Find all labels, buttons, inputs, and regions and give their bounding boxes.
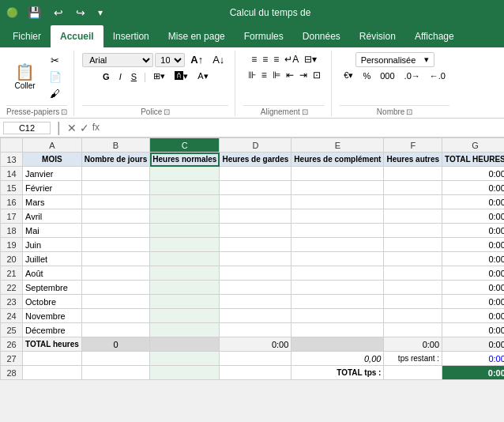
quick-access-button[interactable]: ▾ bbox=[95, 6, 106, 20]
font-expand-icon[interactable]: ⊡ bbox=[164, 107, 170, 116]
cell-a14[interactable]: Janvier bbox=[23, 167, 82, 181]
cell-g26[interactable]: 0:00 bbox=[442, 337, 504, 352]
cell-c22[interactable] bbox=[150, 281, 220, 295]
cell-e19[interactable] bbox=[291, 238, 384, 252]
cell-d18[interactable] bbox=[220, 224, 291, 238]
cell-a13[interactable]: MOIS bbox=[23, 153, 82, 167]
cell-f15[interactable] bbox=[384, 181, 442, 195]
tab-formules[interactable]: Formules bbox=[235, 25, 293, 47]
cell-b21[interactable] bbox=[81, 266, 149, 281]
cell-g24[interactable]: 0:00 bbox=[442, 309, 504, 323]
cell-reference-input[interactable] bbox=[3, 122, 51, 134]
merge-button[interactable]: ⊟▾ bbox=[302, 52, 319, 66]
cell-c23[interactable] bbox=[150, 295, 220, 309]
cell-d20[interactable] bbox=[220, 252, 291, 266]
cell-f19[interactable] bbox=[384, 238, 442, 252]
undo-button[interactable]: ↩ bbox=[51, 5, 66, 21]
cell-d17[interactable] bbox=[220, 209, 291, 224]
cell-c18[interactable] bbox=[150, 224, 220, 238]
cell-f24[interactable] bbox=[384, 309, 442, 323]
bold-button[interactable]: G bbox=[99, 70, 114, 83]
cell-a28[interactable] bbox=[23, 366, 82, 380]
font-size-select[interactable]: 10 bbox=[155, 53, 185, 67]
cell-a20[interactable]: Juillet bbox=[23, 252, 82, 266]
cell-c13[interactable]: Heures normales bbox=[150, 153, 220, 167]
paste-button[interactable]: 📋 Coller bbox=[9, 61, 42, 93]
alignment-expand-icon[interactable]: ⊡ bbox=[302, 107, 308, 116]
number-format-box[interactable]: Personnalisée ▾ bbox=[355, 52, 434, 67]
cell-c19[interactable] bbox=[150, 238, 220, 252]
cell-f16[interactable] bbox=[384, 195, 442, 209]
cell-b16[interactable] bbox=[81, 195, 149, 209]
cell-a19[interactable]: Juin bbox=[23, 238, 82, 252]
confirm-formula-icon[interactable]: ✓ bbox=[80, 122, 89, 134]
cell-g16[interactable]: 0:00 bbox=[442, 195, 504, 209]
cell-a15[interactable]: Février bbox=[23, 181, 82, 195]
increase-font-button[interactable]: A↑ bbox=[186, 52, 207, 67]
cell-f20[interactable] bbox=[384, 252, 442, 266]
cell-f14[interactable] bbox=[384, 167, 442, 181]
cell-a22[interactable]: Septembre bbox=[23, 281, 82, 295]
font-color-button[interactable]: A▾ bbox=[194, 70, 212, 83]
cell-c15[interactable] bbox=[150, 181, 220, 195]
cell-c27[interactable] bbox=[150, 352, 220, 366]
col-header-e[interactable]: E bbox=[291, 138, 384, 153]
cell-c16[interactable] bbox=[150, 195, 220, 209]
cell-f23[interactable] bbox=[384, 295, 442, 309]
cell-f17[interactable] bbox=[384, 209, 442, 224]
cell-g25[interactable]: 0:00 bbox=[442, 323, 504, 337]
cell-g17[interactable]: 0:00 bbox=[442, 209, 504, 224]
number-format-dropdown-icon[interactable]: ▾ bbox=[424, 55, 429, 65]
cell-a16[interactable]: Mars bbox=[23, 195, 82, 209]
cell-g27[interactable]: 0:00 bbox=[442, 352, 504, 366]
cell-b25[interactable] bbox=[81, 323, 149, 337]
cell-e13[interactable]: Heures de complément bbox=[291, 153, 384, 167]
cell-d14[interactable] bbox=[220, 167, 291, 181]
cell-f13[interactable]: Heures autres bbox=[384, 153, 442, 167]
col-header-f[interactable]: F bbox=[384, 138, 442, 153]
cell-e22[interactable] bbox=[291, 281, 384, 295]
cell-d25[interactable] bbox=[220, 323, 291, 337]
cell-e20[interactable] bbox=[291, 252, 384, 266]
cell-e18[interactable] bbox=[291, 224, 384, 238]
cell-f22[interactable] bbox=[384, 281, 442, 295]
tab-affichage[interactable]: Affichage bbox=[405, 25, 464, 47]
decrease-font-button[interactable]: A↓ bbox=[209, 52, 228, 67]
cell-d28[interactable] bbox=[220, 366, 291, 380]
insert-function-icon[interactable]: fx bbox=[92, 122, 100, 134]
cell-d13[interactable]: Heures de gardes bbox=[220, 153, 291, 167]
cell-a21[interactable]: Août bbox=[23, 266, 82, 281]
cell-g22[interactable]: 0:00 bbox=[442, 281, 504, 295]
redo-button[interactable]: ↪ bbox=[73, 5, 88, 21]
cell-g20[interactable]: 0:00 bbox=[442, 252, 504, 266]
align-top-left-button[interactable]: ≡ bbox=[249, 52, 259, 66]
font-family-select[interactable]: Arial bbox=[82, 53, 153, 67]
tab-mise-en-page[interactable]: Mise en page bbox=[159, 25, 235, 47]
cell-g18[interactable]: 0:00 bbox=[442, 224, 504, 238]
save-button[interactable]: 💾 bbox=[24, 5, 44, 21]
tab-donnees[interactable]: Données bbox=[293, 25, 350, 47]
cell-e15[interactable] bbox=[291, 181, 384, 195]
cell-b27[interactable] bbox=[81, 352, 149, 366]
cell-d22[interactable] bbox=[220, 281, 291, 295]
cell-d26[interactable]: 0:00 bbox=[220, 337, 291, 352]
accounting-button[interactable]: €▾ bbox=[340, 69, 357, 82]
cell-b17[interactable] bbox=[81, 209, 149, 224]
cell-e27[interactable]: 0,00 bbox=[291, 352, 384, 366]
increase-decimal-button[interactable]: .0→ bbox=[401, 70, 424, 82]
cell-b19[interactable] bbox=[81, 238, 149, 252]
cell-c20[interactable] bbox=[150, 252, 220, 266]
cell-f21[interactable] bbox=[384, 266, 442, 281]
cell-e26[interactable] bbox=[291, 337, 384, 352]
cell-e14[interactable] bbox=[291, 167, 384, 181]
cell-e21[interactable] bbox=[291, 266, 384, 281]
align-top-center-button[interactable]: ≡ bbox=[260, 52, 270, 66]
cell-b18[interactable] bbox=[81, 224, 149, 238]
cell-g15[interactable]: 0:00 bbox=[442, 181, 504, 195]
wrap-text-button[interactable]: ↵A bbox=[282, 52, 301, 66]
col-header-b[interactable]: B bbox=[81, 138, 149, 153]
italic-button[interactable]: I bbox=[115, 70, 126, 83]
clipboard-expand-icon[interactable]: ⊡ bbox=[61, 107, 67, 116]
cell-d24[interactable] bbox=[220, 309, 291, 323]
cell-c21[interactable] bbox=[150, 266, 220, 281]
